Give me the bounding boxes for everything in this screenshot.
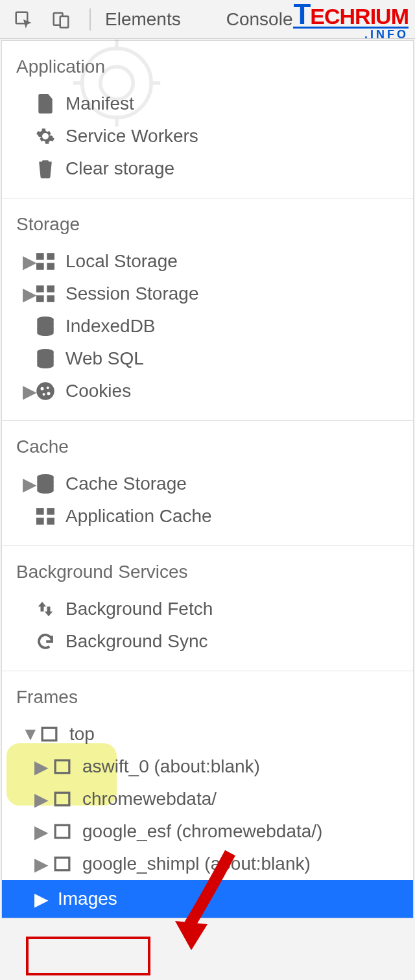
item-web-sql[interactable]: Web SQL bbox=[2, 342, 413, 375]
item-label: Session Storage bbox=[65, 283, 198, 304]
section-background-services: Background Services Background Fetch Bac… bbox=[2, 546, 413, 671]
chevron-right-icon: ▶ bbox=[34, 854, 49, 875]
svg-rect-33 bbox=[55, 857, 69, 870]
svg-rect-30 bbox=[55, 760, 69, 773]
svg-point-19 bbox=[36, 382, 54, 400]
svg-rect-9 bbox=[36, 253, 44, 260]
svg-rect-31 bbox=[55, 793, 69, 806]
section-title-storage: Storage bbox=[2, 208, 413, 245]
svg-rect-26 bbox=[47, 508, 54, 515]
device-toggle-icon[interactable] bbox=[49, 8, 73, 31]
database-icon bbox=[34, 474, 56, 494]
frame-icon bbox=[51, 824, 73, 839]
sync-icon bbox=[34, 632, 56, 651]
svg-rect-13 bbox=[36, 285, 44, 293]
svg-rect-16 bbox=[47, 295, 54, 302]
item-label: Cache Storage bbox=[65, 473, 187, 494]
section-title-bg: Background Services bbox=[2, 555, 413, 593]
item-label: Background Sync bbox=[65, 631, 208, 652]
database-icon bbox=[34, 317, 56, 336]
item-local-storage[interactable]: ▶ Local Storage bbox=[2, 245, 413, 278]
svg-rect-12 bbox=[47, 263, 54, 270]
grid-icon bbox=[34, 253, 56, 270]
watermark-logo: TECHRIUM .INFO bbox=[293, 3, 409, 40]
chevron-right-icon: ▶ bbox=[23, 381, 37, 402]
section-title-frames: Frames bbox=[2, 680, 413, 718]
inspect-element-icon[interactable] bbox=[12, 8, 35, 31]
svg-point-21 bbox=[47, 387, 49, 389]
item-label: top bbox=[69, 724, 95, 745]
item-application-cache[interactable]: Application Cache bbox=[2, 500, 413, 532]
annotation-box bbox=[26, 937, 150, 975]
svg-point-22 bbox=[43, 393, 45, 396]
item-label: Service Workers bbox=[65, 126, 198, 147]
frame-icon bbox=[51, 856, 73, 872]
item-label: Clear storage bbox=[65, 158, 174, 179]
chevron-right-icon: ▶ bbox=[34, 821, 49, 843]
tab-console[interactable]: Console bbox=[226, 9, 293, 30]
item-label: Background Fetch bbox=[65, 599, 213, 619]
gear-icon bbox=[34, 126, 56, 146]
item-bg-fetch[interactable]: Background Fetch bbox=[2, 593, 413, 625]
svg-rect-25 bbox=[36, 508, 44, 515]
chevron-right-icon: ▶ bbox=[23, 251, 37, 272]
section-storage: Storage ▶ Local Storage ▶ Session Storag… bbox=[2, 198, 413, 421]
item-service-workers[interactable]: Service Workers bbox=[2, 120, 413, 152]
frame-icon bbox=[38, 726, 60, 742]
frame-icon bbox=[51, 759, 73, 774]
svg-rect-29 bbox=[42, 728, 56, 741]
item-label: google_esf (chromewebdata/) bbox=[82, 821, 322, 842]
trash-icon bbox=[34, 159, 56, 178]
svg-rect-2 bbox=[60, 16, 69, 28]
section-application: Application Manifest Service Workers Cle… bbox=[2, 41, 413, 198]
item-label: Manifest bbox=[65, 93, 134, 114]
item-label: Web SQL bbox=[65, 348, 144, 369]
frame-aswift[interactable]: ▶ aswift_0 (about:blank) bbox=[2, 750, 413, 783]
item-label: chromewebdata/ bbox=[82, 789, 217, 809]
frame-chromewebdata[interactable]: ▶ chromewebdata/ bbox=[2, 783, 413, 815]
svg-point-23 bbox=[47, 392, 51, 395]
item-bg-sync[interactable]: Background Sync bbox=[2, 625, 413, 658]
svg-point-20 bbox=[41, 387, 44, 390]
svg-rect-10 bbox=[47, 253, 54, 260]
svg-rect-11 bbox=[36, 263, 44, 270]
tab-elements[interactable]: Elements bbox=[105, 9, 181, 30]
item-label: IndexedDB bbox=[65, 316, 156, 337]
frame-icon bbox=[51, 791, 73, 807]
item-indexeddb[interactable]: IndexedDB bbox=[2, 310, 413, 342]
chevron-right-icon: ▶ bbox=[23, 473, 37, 495]
cookie-icon bbox=[34, 381, 56, 401]
application-panel: Application Manifest Service Workers Cle… bbox=[1, 40, 414, 918]
svg-rect-15 bbox=[36, 295, 44, 302]
item-label: Cookies bbox=[65, 381, 131, 401]
item-cache-storage[interactable]: ▶ Cache Storage bbox=[2, 468, 413, 500]
frame-top[interactable]: ▼ top bbox=[2, 718, 413, 750]
item-label: aswift_0 (about:blank) bbox=[82, 756, 260, 777]
up-down-arrows-icon bbox=[34, 599, 56, 619]
item-label: Images bbox=[58, 889, 117, 909]
panel-tabs: Elements Console bbox=[105, 9, 292, 30]
item-clear-storage[interactable]: Clear storage bbox=[2, 152, 413, 185]
item-manifest[interactable]: Manifest bbox=[2, 88, 413, 120]
annotation-arrow-icon bbox=[169, 850, 246, 953]
frame-google-esf[interactable]: ▶ google_esf (chromewebdata/) bbox=[2, 815, 413, 848]
chevron-down-icon: ▼ bbox=[21, 724, 40, 745]
item-cookies[interactable]: ▶ Cookies bbox=[2, 375, 413, 407]
svg-rect-28 bbox=[47, 518, 54, 525]
section-title-application: Application bbox=[2, 50, 413, 88]
chevron-right-icon: ▶ bbox=[34, 789, 49, 810]
item-session-storage[interactable]: ▶ Session Storage bbox=[2, 278, 413, 310]
chevron-right-icon: ▶ bbox=[34, 756, 49, 778]
grid-icon bbox=[34, 285, 56, 302]
svg-rect-14 bbox=[47, 285, 54, 293]
database-icon bbox=[34, 349, 56, 368]
toolbar-separator bbox=[89, 8, 91, 30]
file-icon bbox=[34, 94, 56, 114]
chevron-right-icon: ▶ bbox=[34, 889, 49, 910]
section-title-cache: Cache bbox=[2, 430, 413, 468]
item-label: Application Cache bbox=[65, 506, 212, 527]
grid-icon bbox=[34, 508, 56, 525]
chevron-right-icon: ▶ bbox=[23, 283, 37, 305]
svg-rect-32 bbox=[55, 825, 69, 838]
section-cache: Cache ▶ Cache Storage Application Cache bbox=[2, 421, 413, 546]
